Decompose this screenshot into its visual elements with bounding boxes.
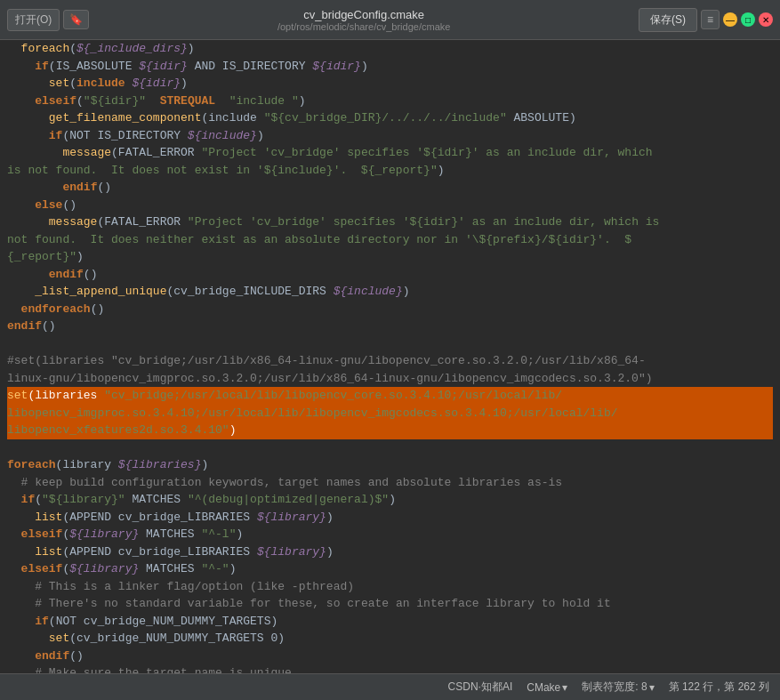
tab-width-selector[interactable]: 制表符宽度: 8 ▾ (582, 680, 654, 695)
code-content: foreach(${_include_dirs}) if(IS_ABSOLUTE… (0, 40, 780, 673)
position-indicator: 第 122 行，第 262 列 (669, 680, 769, 695)
titlebar-right: 保存(S) ≡ — □ ✕ (639, 8, 773, 32)
minimize-button[interactable]: — (723, 12, 737, 27)
statusbar: CSDN·知都AI CMake ▾ 制表符宽度: 8 ▾ 第 122 行，第 2… (0, 673, 780, 700)
tab-width-dropdown-icon[interactable]: ▾ (649, 681, 655, 694)
save-button[interactable]: 保存(S) (639, 8, 697, 32)
tab-width-label: 制表符宽度: 8 (582, 680, 647, 695)
open-button[interactable]: 打开(O) (7, 9, 60, 31)
cmake-label: CMake (527, 681, 560, 694)
close-button[interactable]: ✕ (759, 12, 773, 27)
titlebar-left: 打开(O) 🔖 (7, 9, 89, 31)
filepath-label: /opt/ros/melodic/share/cv_bridge/cmake (89, 21, 639, 32)
maximize-button[interactable]: □ (741, 12, 755, 27)
code-area[interactable]: foreach(${_include_dirs}) if(IS_ABSOLUTE… (0, 40, 780, 673)
cmake-dropdown-icon[interactable]: ▾ (562, 681, 567, 694)
cmake-selector[interactable]: CMake ▾ (527, 681, 567, 694)
hamburger-button[interactable]: ≡ (701, 10, 720, 29)
bookmark-button[interactable]: 🔖 (63, 10, 89, 29)
titlebar-center: cv_bridgeConfig.cmake /opt/ros/melodic/s… (89, 8, 639, 32)
watermark-text: CSDN·知都AI (448, 680, 513, 695)
titlebar: 打开(O) 🔖 cv_bridgeConfig.cmake /opt/ros/m… (0, 0, 780, 40)
filename-label: cv_bridgeConfig.cmake (89, 8, 639, 21)
watermark: CSDN·知都AI (448, 680, 513, 695)
position-text: 第 122 行，第 262 列 (669, 680, 769, 695)
